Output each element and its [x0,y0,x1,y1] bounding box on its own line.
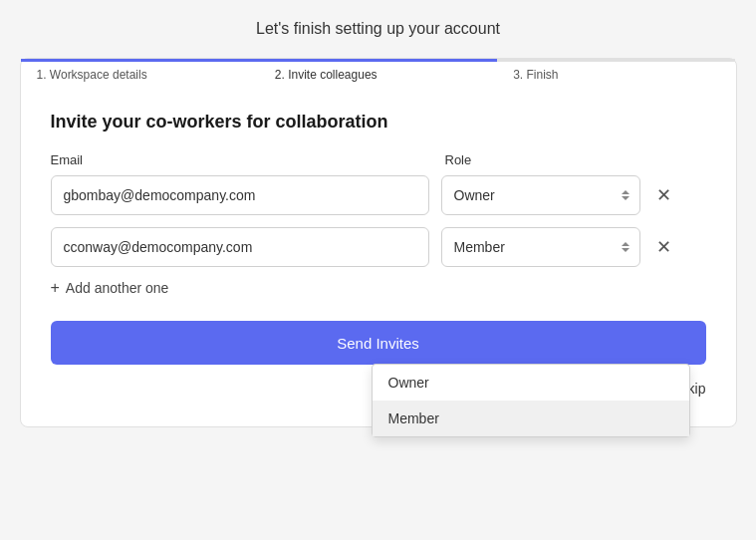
add-another-button[interactable]: + Add another one [51,279,169,297]
step-1-bar [21,59,259,62]
role-chevron-1 [622,190,630,200]
step-2: 2. Invite colleagues [259,59,497,92]
step-3-label: 3. Finish [497,68,558,92]
chevron-up-icon-2 [622,242,630,246]
field-labels: Email Role [51,152,706,167]
step-3-bar [497,59,735,62]
page-title: Let's finish setting up your account [256,20,500,38]
step-2-label: 2. Invite colleagues [259,68,378,92]
page-wrapper: Let's finish setting up your account 1. … [10,10,746,540]
dropdown-option-member[interactable]: Member [373,401,689,436]
invite-row-2: Member ✕ [51,227,706,267]
plus-icon: + [51,279,60,297]
invite-row-1: Owner ✕ [51,175,706,215]
role-column-label: Role [445,152,644,167]
email-column-label: Email [51,152,429,167]
remove-row-1-button[interactable]: ✕ [652,183,676,207]
role-chevron-2 [622,242,630,252]
email-input-1[interactable] [51,175,429,215]
stepper: 1. Workspace details 2. Invite colleague… [21,59,736,92]
section-title: Invite your co-workers for collaboration [51,112,706,133]
chevron-up-icon [622,190,630,194]
step-3: 3. Finish [497,59,735,92]
role-select-2[interactable]: Member [441,227,640,267]
step-2-bar [259,59,497,62]
chevron-down-icon-2 [622,248,630,252]
role-dropdown: Owner Member [372,364,690,437]
role-select-1[interactable]: Owner [441,175,640,215]
role-value-1: Owner [454,187,495,203]
step-1-label: 1. Workspace details [21,68,147,92]
remove-row-2-button[interactable]: ✕ [652,235,676,259]
chevron-down-icon [622,196,630,200]
card-body: Invite your co-workers for collaboration… [21,92,736,365]
role-value-2: Member [454,239,505,255]
send-invites-button[interactable]: Send Invites [51,321,706,365]
step-1: 1. Workspace details [21,59,259,92]
add-another-label: Add another one [66,280,169,296]
email-input-2[interactable] [51,227,429,267]
dropdown-option-owner[interactable]: Owner [373,365,689,401]
setup-card: 1. Workspace details 2. Invite colleague… [20,58,737,427]
